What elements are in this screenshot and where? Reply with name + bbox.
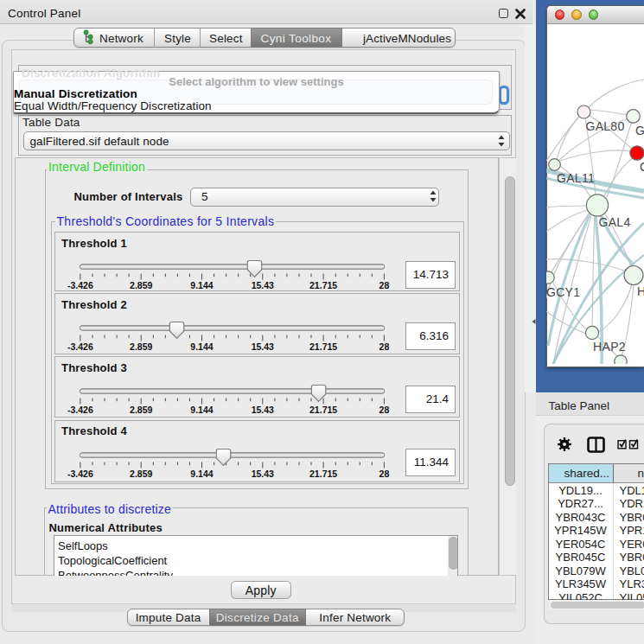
- svg-text:28: 28: [379, 405, 390, 415]
- svg-text:9.144: 9.144: [190, 341, 213, 352]
- svg-text:15.43: 15.43: [252, 280, 274, 290]
- svg-text:GAL80: GAL80: [585, 119, 624, 133]
- svg-text:H: H: [637, 284, 644, 298]
- svg-text:28: 28: [379, 280, 390, 290]
- svg-text:2.859: 2.859: [130, 341, 152, 352]
- svg-text:G: G: [635, 124, 644, 137]
- svg-text:9.144: 9.144: [190, 405, 213, 415]
- svg-text:28: 28: [379, 468, 390, 478]
- svg-text:21.715: 21.715: [309, 341, 337, 352]
- svg-text:-3.426: -3.426: [67, 341, 93, 352]
- svg-text:21.715: 21.715: [309, 468, 337, 478]
- svg-text:28: 28: [379, 341, 390, 352]
- svg-text:21.715: 21.715: [309, 405, 337, 415]
- svg-text:15.43: 15.43: [252, 405, 274, 415]
- svg-text:HAP2: HAP2: [593, 340, 626, 354]
- svg-text:2.859: 2.859: [130, 405, 152, 415]
- svg-text:2.859: 2.859: [130, 280, 152, 290]
- svg-text:GAL4: GAL4: [599, 215, 631, 229]
- svg-text:-3.426: -3.426: [67, 468, 93, 478]
- svg-text:9.144: 9.144: [190, 280, 213, 290]
- svg-text:15.43: 15.43: [252, 341, 274, 352]
- svg-text:9.144: 9.144: [190, 468, 213, 478]
- svg-text:GCY1: GCY1: [546, 285, 580, 299]
- svg-text:-3.426: -3.426: [67, 280, 93, 290]
- svg-text:GAL11: GAL11: [557, 171, 595, 185]
- svg-text:-3.426: -3.426: [67, 405, 93, 415]
- svg-text:C: C: [640, 160, 644, 174]
- svg-text:15.43: 15.43: [252, 468, 274, 478]
- svg-text:2.859: 2.859: [130, 468, 152, 478]
- svg-text:21.715: 21.715: [309, 280, 337, 290]
